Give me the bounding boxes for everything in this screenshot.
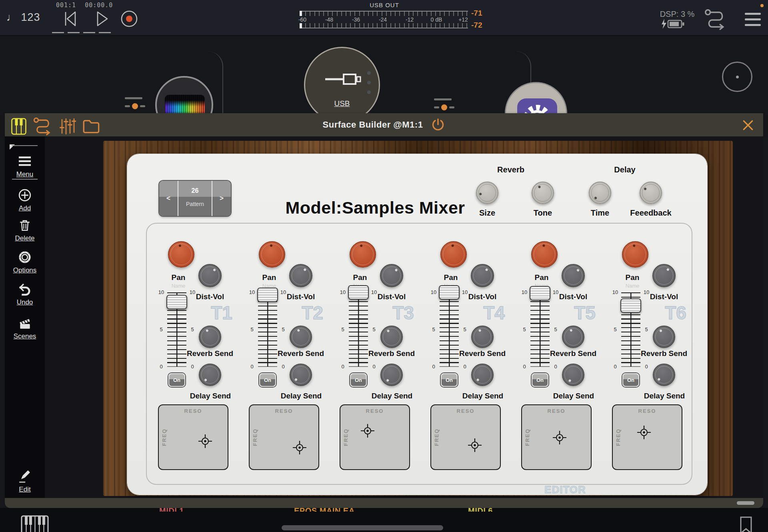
- reverb-send-label: Reverb Send: [628, 349, 700, 358]
- fx-feeedback-knob[interactable]: [640, 182, 662, 204]
- filter-xy-pad[interactable]: RESO FREQ: [249, 404, 319, 470]
- reverb-send-knob[interactable]: [199, 326, 221, 348]
- fader-cap[interactable]: [439, 285, 460, 300]
- knob-indicator: [476, 378, 479, 381]
- delay-send-knob[interactable]: [653, 364, 675, 386]
- filter-xy-pad[interactable]: RESO FREQ: [430, 404, 501, 470]
- sidebar-item-undo[interactable]: Undo: [5, 282, 45, 306]
- fx-tone-knob[interactable]: [532, 182, 554, 204]
- pan-knob[interactable]: [350, 241, 376, 268]
- pattern-next-button[interactable]: >: [212, 181, 231, 216]
- xy-crosshair[interactable]: [468, 438, 482, 452]
- peak-value-top[interactable]: -71: [471, 9, 482, 18]
- sidebar-item-options[interactable]: Options: [5, 250, 45, 274]
- reverb-send-knob[interactable]: [562, 326, 584, 348]
- reverb-send-knob[interactable]: [290, 326, 312, 348]
- tempo-display[interactable]: ♩ 123: [6, 11, 40, 24]
- empty-node-slot[interactable]: [722, 62, 752, 92]
- filter-xy-pad[interactable]: RESO FREQ: [612, 404, 682, 470]
- filter-xy-pad[interactable]: RESO FREQ: [521, 404, 592, 470]
- power-button[interactable]: [431, 118, 445, 132]
- track-watermark: T2: [298, 302, 327, 324]
- on-button[interactable]: On: [622, 373, 639, 387]
- node-mini-levels: [125, 97, 145, 109]
- xy-crosshair[interactable]: [198, 434, 212, 448]
- dist-vol-knob[interactable]: [652, 264, 676, 287]
- sidebar-item-add[interactable]: Add: [5, 188, 45, 212]
- pattern-prev-button[interactable]: <: [159, 181, 178, 216]
- fader-cap[interactable]: [530, 286, 550, 300]
- reverb-send-knob[interactable]: [471, 326, 494, 348]
- dist-vol-knob[interactable]: [289, 264, 312, 287]
- pan-knob[interactable]: [168, 241, 194, 268]
- dist-vol-knob[interactable]: [471, 264, 494, 287]
- pan-knob[interactable]: [440, 241, 467, 268]
- horizontal-scrollbar[interactable]: [282, 525, 443, 530]
- mixer-panel: < 26 Pattern > Model:Samples Mixer Rever…: [127, 154, 707, 495]
- fader-cap[interactable]: [257, 288, 278, 302]
- routing-icon[interactable]: [704, 9, 727, 30]
- dist-vol-knob[interactable]: [562, 264, 585, 287]
- fx-time-knob[interactable]: [589, 182, 611, 204]
- window-title: Surface Builder @M1:1: [323, 120, 423, 130]
- fx-section-title: Delay: [593, 165, 657, 174]
- sidebar-item-scenes[interactable]: Scenes: [5, 316, 45, 340]
- sidebar-item-menu[interactable]: Menu: [5, 154, 45, 178]
- meter-tick-label: +12: [453, 16, 474, 23]
- record-button[interactable]: [120, 10, 138, 28]
- delay-send-knob[interactable]: [562, 364, 584, 386]
- delay-send-knob[interactable]: [290, 364, 312, 386]
- xy-crosshair[interactable]: [361, 424, 374, 438]
- reverb-send-knob[interactable]: [380, 326, 403, 348]
- pattern-value-button[interactable]: 26 Pattern: [178, 181, 212, 216]
- xy-crosshair[interactable]: [637, 426, 651, 439]
- main-menu-button[interactable]: [745, 13, 761, 30]
- reverb-send-label: Reverb Send: [174, 349, 246, 358]
- fader-scale-label: 10: [610, 289, 620, 295]
- cable: [208, 51, 223, 114]
- sidebar-item-label: Scenes: [14, 332, 36, 340]
- fader-scale-label: 5: [610, 326, 620, 332]
- on-button[interactable]: On: [259, 373, 276, 387]
- delay-send-knob[interactable]: [380, 364, 403, 386]
- filter-xy-pad[interactable]: RESO FREQ: [158, 404, 228, 470]
- fader-scale-label: 5: [247, 326, 257, 332]
- fader-cap[interactable]: [166, 295, 187, 309]
- sidebar-item-edit[interactable]: Edit: [5, 469, 45, 494]
- bookmark-icon[interactable]: [740, 516, 752, 532]
- reverb-send-knob[interactable]: [653, 326, 675, 348]
- sidebar-item-delete[interactable]: Delete: [5, 218, 45, 242]
- on-button[interactable]: On: [532, 373, 548, 387]
- edit-icon: [18, 469, 32, 484]
- xy-crosshair[interactable]: [293, 441, 306, 454]
- keyboard-icon[interactable]: [21, 515, 49, 532]
- on-button[interactable]: On: [168, 373, 185, 387]
- bar-beat: 001:1: [56, 2, 76, 9]
- delete-icon: [18, 218, 32, 232]
- close-icon[interactable]: [742, 119, 754, 132]
- fader-cap[interactable]: [620, 298, 641, 313]
- peak-value-bottom[interactable]: -72: [471, 21, 482, 30]
- on-button[interactable]: On: [350, 373, 367, 387]
- pan-knob[interactable]: [622, 241, 648, 268]
- name-hint: Name: [158, 283, 198, 289]
- delay-send-knob[interactable]: [199, 364, 221, 386]
- knob-indicator: [206, 329, 209, 332]
- dist-vol-knob[interactable]: [380, 264, 403, 287]
- fader-scale-label: 5: [429, 326, 438, 332]
- pan-knob[interactable]: [531, 241, 558, 268]
- pan-label: Pan: [249, 273, 289, 282]
- window-header: Surface Builder @M1:1: [5, 113, 763, 136]
- xy-crosshair[interactable]: [553, 431, 566, 444]
- fx-size-knob[interactable]: [476, 182, 498, 204]
- filter-xy-pad[interactable]: RESO FREQ: [340, 404, 410, 470]
- on-button[interactable]: On: [441, 373, 458, 387]
- footer-scroll-pill[interactable]: [737, 501, 754, 505]
- rewind-button[interactable]: [63, 10, 78, 27]
- dist-vol-knob[interactable]: [198, 264, 222, 287]
- delay-send-knob[interactable]: [471, 364, 494, 386]
- pan-knob[interactable]: [259, 241, 285, 268]
- knob-indicator: [451, 244, 454, 247]
- play-button[interactable]: [96, 10, 109, 27]
- fader-cap[interactable]: [348, 285, 369, 300]
